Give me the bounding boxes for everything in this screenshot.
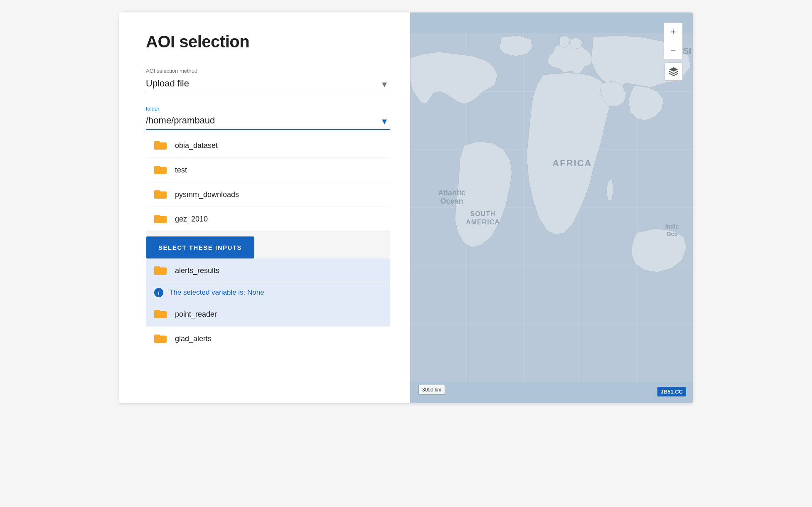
- zoom-out-button[interactable]: −: [664, 41, 682, 59]
- svg-text:Oce: Oce: [667, 231, 678, 237]
- main-container: AOI selection AOI selection method Uploa…: [119, 12, 693, 403]
- folder-label: folder: [146, 106, 390, 112]
- folder-section: folder ▼: [146, 106, 390, 130]
- svg-text:Atlantic: Atlantic: [438, 189, 465, 197]
- map-zoom-controls: + −: [664, 22, 683, 60]
- svg-text:Ocean: Ocean: [440, 197, 463, 205]
- file-name: glad_alerts: [175, 335, 212, 343]
- list-item[interactable]: test: [146, 158, 390, 182]
- file-name: obia_dataset: [175, 141, 218, 150]
- folder-input[interactable]: [146, 113, 390, 129]
- list-item[interactable]: gez_2010: [146, 207, 390, 231]
- world-map: Atlantic Ocean AFRICA SOUTH AMERICA ASI …: [410, 12, 693, 403]
- zoom-in-button[interactable]: +: [664, 23, 682, 41]
- aoi-method-label: AOI selection method: [146, 68, 390, 74]
- left-panel: AOI selection AOI selection method Uploa…: [119, 12, 410, 403]
- folder-icon: [154, 308, 167, 320]
- file-name: gez_2010: [175, 215, 208, 224]
- file-name: test: [175, 166, 187, 175]
- list-item[interactable]: pysmm_downloads: [146, 182, 390, 207]
- folder-icon: [154, 188, 167, 201]
- folder-icon: [154, 139, 167, 152]
- watermark: JB51.CC: [657, 387, 686, 396]
- map-container: Atlantic Ocean AFRICA SOUTH AMERICA ASI …: [410, 12, 693, 403]
- aoi-method-select[interactable]: Upload file Draw on map Enter coordinate…: [146, 76, 390, 92]
- folder-input-wrapper: ▼: [146, 113, 390, 130]
- folder-icon: [154, 332, 167, 345]
- map-layers-button[interactable]: [664, 62, 683, 81]
- page-title: AOI selection: [146, 32, 390, 51]
- file-name: alerts_results: [175, 266, 219, 275]
- folder-icon: [154, 164, 167, 176]
- layers-icon: [669, 66, 679, 76]
- map-panel: Atlantic Ocean AFRICA SOUTH AMERICA ASI …: [410, 12, 693, 403]
- list-item[interactable]: glad_alerts: [146, 327, 390, 351]
- file-browser: obia_dataset test pysmm_downloads gez_20…: [146, 133, 390, 351]
- list-item[interactable]: alerts_results: [146, 258, 390, 283]
- folder-icon: [154, 213, 167, 225]
- info-icon: i: [154, 288, 163, 297]
- folder-icon: [154, 264, 167, 277]
- aoi-method-section: AOI selection method Upload file Draw on…: [146, 68, 390, 92]
- select-inputs-button[interactable]: SELECT THESE INPUTS: [146, 236, 254, 258]
- info-row: i The selected variable is: None: [146, 283, 390, 302]
- folder-chevron-down-icon[interactable]: ▼: [380, 117, 389, 126]
- svg-text:SOUTH: SOUTH: [470, 210, 496, 217]
- list-item[interactable]: obia_dataset: [146, 133, 390, 158]
- svg-text:Indic: Indic: [665, 223, 679, 230]
- map-scale-bar: 3000 km: [418, 385, 445, 395]
- file-name: pysmm_downloads: [175, 190, 239, 199]
- file-name: point_reader: [175, 310, 217, 319]
- svg-text:AFRICA: AFRICA: [552, 158, 592, 168]
- list-item[interactable]: point_reader: [146, 302, 390, 327]
- scale-label: 3000 km: [422, 387, 441, 393]
- aoi-method-select-wrapper: Upload file Draw on map Enter coordinate…: [146, 76, 390, 92]
- svg-text:AMERICA: AMERICA: [466, 219, 500, 226]
- info-message: The selected variable is: None: [169, 288, 264, 297]
